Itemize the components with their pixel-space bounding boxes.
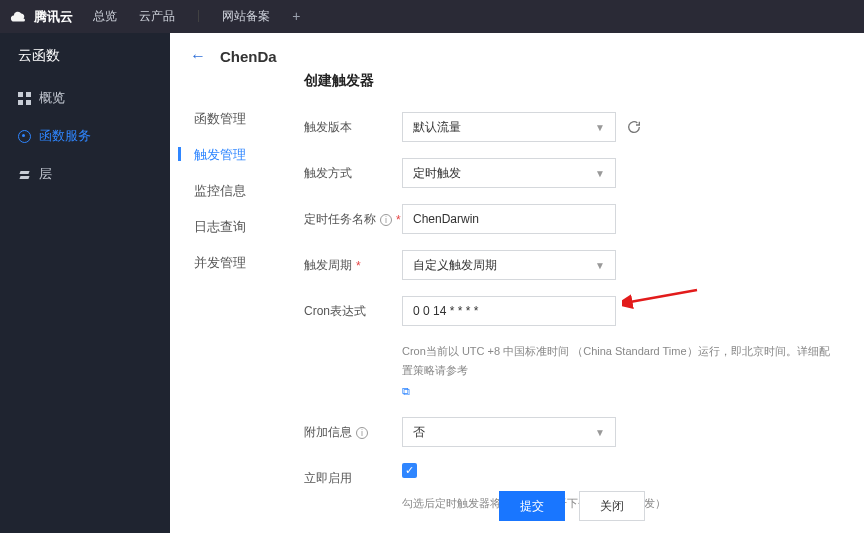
select-period[interactable]: 自定义触发周期 ▼: [402, 250, 616, 280]
nav-add-icon[interactable]: +: [292, 8, 300, 25]
sub-sidebar: 函数管理 触发管理 监控信息 日志查询 并发管理: [170, 85, 270, 297]
sidebar-item-overview[interactable]: 概览: [0, 79, 170, 117]
input-task-name[interactable]: [402, 204, 616, 234]
label-task-name: 定时任务名称 i *: [304, 204, 402, 228]
info-icon[interactable]: i: [380, 214, 392, 226]
sidebar-item-functions[interactable]: 函数服务: [0, 117, 170, 155]
target-icon: [18, 130, 31, 143]
chevron-down-icon: ▼: [595, 168, 605, 179]
brand-logo[interactable]: 腾讯云: [10, 8, 73, 26]
select-method[interactable]: 定时触发 ▼: [402, 158, 616, 188]
sidebar-title: 云函数: [0, 33, 170, 79]
label-enable: 立即启用: [304, 463, 402, 487]
sidebar-item-label: 层: [39, 165, 52, 183]
chevron-down-icon: ▼: [595, 260, 605, 271]
cron-help-text: Cron当前以 UTC +8 中国标准时间 （China Standard Ti…: [402, 342, 840, 401]
select-method-value: 定时触发: [413, 165, 461, 182]
label-cron: Cron表达式: [304, 296, 402, 320]
grid-icon: [18, 92, 31, 105]
sidebar-item-label: 概览: [39, 89, 65, 107]
cancel-button[interactable]: 关闭: [579, 491, 645, 521]
sidebar-item-layers[interactable]: 层: [0, 155, 170, 193]
page-title: ChenDa: [220, 48, 277, 65]
top-nav: 总览 云产品 | 网站备案 +: [93, 8, 300, 25]
subnav-monitor[interactable]: 监控信息: [170, 173, 270, 209]
chevron-down-icon: ▼: [595, 122, 605, 133]
nav-beian[interactable]: 网站备案: [222, 8, 270, 25]
layers-icon: [18, 168, 31, 181]
label-period: 触发周期*: [304, 250, 402, 274]
select-version[interactable]: 默认流量 ▼: [402, 112, 616, 142]
modal-footer: 提交 关闭: [280, 491, 864, 521]
label-extra: 附加信息 i: [304, 417, 402, 441]
subnav-logs[interactable]: 日志查询: [170, 209, 270, 245]
input-cron[interactable]: [402, 296, 616, 326]
nav-products[interactable]: 云产品: [139, 8, 175, 25]
info-icon[interactable]: i: [356, 427, 368, 439]
modal-title: 创建触发器: [304, 72, 840, 90]
chevron-down-icon: ▼: [595, 427, 605, 438]
label-version: 触发版本: [304, 112, 402, 136]
brand-name: 腾讯云: [34, 8, 73, 26]
cloud-logo-icon: [10, 8, 28, 26]
checkbox-enable[interactable]: ✓: [402, 463, 417, 478]
select-version-value: 默认流量: [413, 119, 461, 136]
nav-overview[interactable]: 总览: [93, 8, 117, 25]
submit-button[interactable]: 提交: [499, 491, 565, 521]
main-sidebar: 云函数 概览 函数服务 层: [0, 33, 170, 533]
back-arrow-icon[interactable]: ←: [190, 47, 206, 65]
subnav-trigger-mgmt[interactable]: 触发管理: [170, 137, 270, 173]
refresh-icon[interactable]: [626, 119, 642, 135]
top-bar: 腾讯云 总览 云产品 | 网站备案 +: [0, 0, 864, 33]
external-link-icon[interactable]: ⧉: [402, 382, 410, 401]
subnav-function-mgmt[interactable]: 函数管理: [170, 101, 270, 137]
select-extra[interactable]: 否 ▼: [402, 417, 616, 447]
select-period-value: 自定义触发周期: [413, 257, 497, 274]
subnav-concurrency[interactable]: 并发管理: [170, 245, 270, 281]
label-method: 触发方式: [304, 158, 402, 182]
create-trigger-modal: 创建触发器 触发版本 默认流量 ▼ 触发方式 定时触发 ▼ 定时任务名称 i *: [280, 52, 864, 533]
select-extra-value: 否: [413, 424, 425, 441]
sidebar-item-label: 函数服务: [39, 127, 91, 145]
